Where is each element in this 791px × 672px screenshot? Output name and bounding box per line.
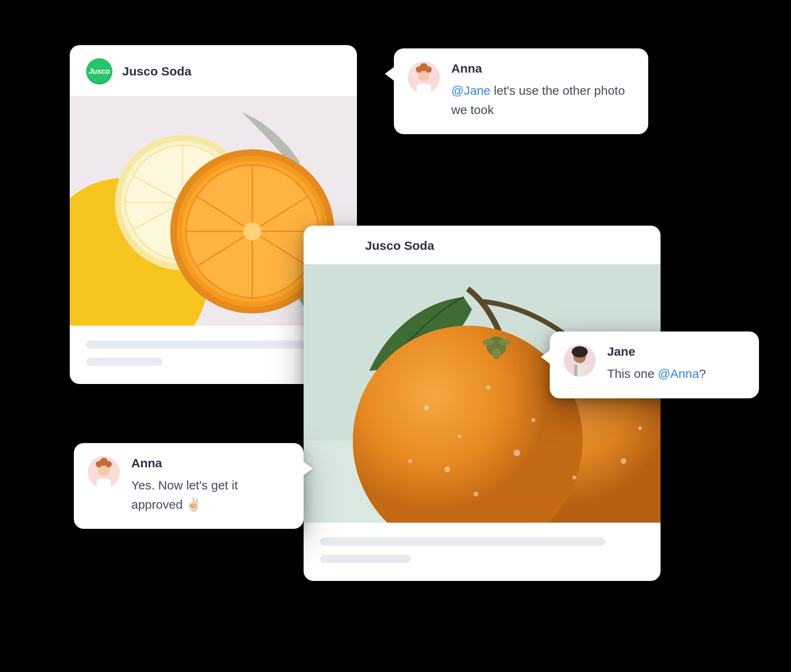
svg-point-44 — [96, 461, 103, 468]
svg-point-29 — [638, 426, 642, 430]
comment-author: Anna — [451, 62, 630, 75]
post-caption-placeholder — [304, 523, 661, 581]
post-account-name: Jusco Soda — [122, 64, 191, 78]
svg-point-45 — [105, 461, 112, 468]
comment-author: Anna — [131, 456, 286, 470]
svg-point-15 — [482, 339, 494, 345]
comment-text: Yes. Now let's get it approved ✌🏻 — [131, 476, 286, 514]
post-card-2: Jusco Soda — [304, 226, 661, 581]
svg-point-38 — [572, 346, 588, 357]
mention-link[interactable]: @Jane — [451, 84, 491, 97]
comment-bubble-anna-1[interactable]: Anna @Jane let's use the other photo we … — [394, 48, 648, 134]
comment-text: This one @Anna? — [607, 364, 741, 384]
avatar-jane — [564, 345, 596, 377]
comment-text-after: ? — [699, 367, 706, 380]
svg-point-28 — [572, 475, 576, 480]
comment-bubble-jane[interactable]: Jane This one @Anna? — [550, 331, 759, 398]
svg-point-21 — [514, 450, 520, 456]
comment-text-before: This one — [607, 367, 658, 380]
avatar-anna — [408, 62, 440, 94]
mention-link[interactable]: @Anna — [658, 367, 699, 380]
svg-point-24 — [531, 418, 535, 422]
avatar-anna — [88, 456, 120, 488]
svg-rect-35 — [416, 84, 431, 94]
brand-avatar: Jusco — [86, 58, 112, 85]
svg-point-22 — [408, 459, 412, 463]
svg-rect-46 — [96, 479, 111, 488]
skeleton-line — [86, 358, 162, 366]
svg-point-19 — [444, 466, 450, 472]
svg-point-23 — [473, 491, 478, 496]
skeleton-line — [86, 341, 310, 349]
comment-text: @Jane let's use the other photo we took — [451, 81, 630, 119]
svg-point-18 — [424, 405, 429, 410]
skeleton-line — [320, 537, 605, 546]
svg-point-16 — [499, 339, 510, 345]
svg-point-20 — [486, 385, 490, 389]
svg-point-27 — [621, 458, 626, 464]
svg-point-34 — [425, 66, 432, 73]
post-account-name: Jusco Soda — [365, 239, 434, 253]
svg-point-7 — [243, 222, 261, 240]
comment-author: Jane — [607, 345, 741, 359]
svg-rect-40 — [574, 365, 577, 377]
svg-point-33 — [416, 66, 423, 73]
brand-badge-text: Jusco — [89, 67, 110, 76]
comment-bubble-anna-2[interactable]: Anna Yes. Now let's get it approved ✌🏻 — [74, 443, 304, 529]
svg-point-17 — [492, 348, 501, 359]
post-header: Jusco Soda — [304, 226, 661, 264]
skeleton-line — [320, 555, 411, 563]
svg-point-25 — [458, 435, 461, 438]
post-header: Jusco Jusco Soda — [70, 45, 357, 96]
